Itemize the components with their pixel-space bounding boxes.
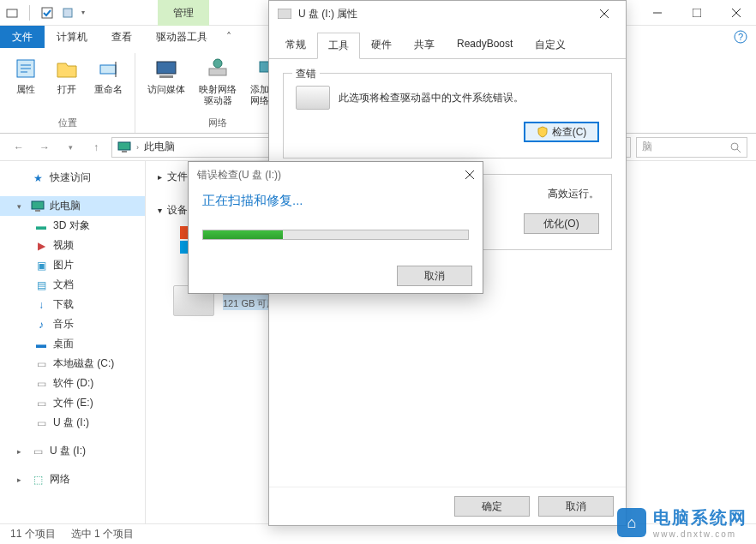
nav-desktop[interactable]: ▬桌面 (0, 334, 145, 354)
pc-icon (31, 200, 45, 212)
properties-tabs: 常规 工具 硬件 共享 ReadyBoost 自定义 (269, 32, 626, 59)
star-icon: ★ (31, 172, 45, 184)
tab-sharing[interactable]: 共享 (403, 32, 446, 58)
error-checking-fieldset: 查错 此选项将检查驱动器中的文件系统错误。 检查(C) (283, 73, 612, 158)
error-check-dialog: 错误检查(U 盘 (I:)) 正在扫描和修复... 取消 (188, 161, 483, 294)
tab-customize[interactable]: 自定义 (524, 32, 577, 58)
svg-rect-19 (122, 151, 127, 152)
nav-u-drive-root[interactable]: ▸▭U 盘 (I:) (0, 441, 145, 461)
ribbon-open[interactable]: 打开 (50, 53, 84, 115)
window-icon (5, 6, 19, 20)
properties-close-button[interactable] (591, 1, 617, 27)
back-button[interactable]: ← (9, 137, 29, 158)
music-icon: ♪ (34, 319, 48, 331)
tab-readyboost[interactable]: ReadyBoost (446, 32, 524, 58)
svg-rect-4 (693, 9, 701, 17)
nav-e-drive[interactable]: ▭文件 (E:) (0, 393, 145, 413)
nav-d-drive[interactable]: ▭软件 (D:) (0, 374, 145, 393)
svg-rect-28 (278, 9, 291, 19)
properties-cancel-button[interactable]: 取消 (538, 496, 614, 517)
error-check-title: 错误检查(U 盘 (I:)) (197, 168, 281, 182)
nav-network[interactable]: ▸⬚网络 (0, 469, 145, 489)
network-icon: ⬚ (31, 474, 45, 486)
nav-3d-objects[interactable]: ▬3D 对象 (0, 216, 145, 236)
minimize-button[interactable] (638, 0, 677, 26)
cube-icon: ▬ (34, 220, 48, 232)
drive-icon (278, 9, 291, 19)
error-check-title-bar: 错误检查(U 盘 (I:)) (189, 162, 483, 188)
tab-hardware[interactable]: 硬件 (360, 32, 403, 58)
ribbon-rename[interactable]: 重命名 (91, 53, 126, 115)
svg-rect-22 (32, 201, 44, 209)
drive-icon: ▭ (34, 378, 48, 390)
picture-icon: ▣ (34, 260, 48, 272)
watermark: ⌂ 电脑系统网 www.dnxtw.com (617, 506, 747, 539)
svg-rect-14 (209, 69, 226, 75)
svg-rect-18 (118, 142, 130, 150)
nav-quick-access[interactable]: ★快速访问 (0, 168, 145, 188)
check-button[interactable]: 检查(C) (524, 122, 599, 142)
progress-bar (202, 230, 469, 240)
nav-pictures[interactable]: ▣图片 (0, 255, 145, 275)
document-icon: ▤ (34, 279, 48, 291)
properties-ok-button[interactable]: 确定 (454, 496, 530, 517)
pc-icon (117, 141, 131, 153)
ribbon-expand-icon[interactable]: ˄ (219, 26, 238, 48)
usb-drive-icon: ▭ (34, 417, 48, 429)
svg-point-20 (731, 143, 738, 150)
nav-u-drive[interactable]: ▭U 盘 (I:) (0, 413, 145, 433)
up-button[interactable]: ↑ (86, 137, 106, 158)
svg-rect-12 (157, 62, 176, 74)
nav-music[interactable]: ♪音乐 (0, 314, 145, 334)
shield-icon (537, 126, 549, 138)
usb-drive-icon: ▭ (31, 445, 45, 457)
qat-checkbox-icon[interactable] (40, 6, 54, 20)
error-check-close-button[interactable] (465, 170, 474, 179)
svg-rect-10 (100, 65, 116, 74)
download-icon: ↓ (34, 299, 48, 311)
breadcrumb-this-pc[interactable]: 此电脑 (144, 140, 175, 154)
nav-c-drive[interactable]: ▭本地磁盘 (C:) (0, 354, 145, 374)
tab-tools[interactable]: 工具 (317, 33, 360, 59)
help-icon[interactable]: ? (725, 26, 756, 48)
tab-view[interactable]: 查看 (99, 26, 144, 48)
ribbon-access-media[interactable]: 访问媒体 (144, 53, 189, 115)
error-check-cancel-button[interactable]: 取消 (397, 266, 472, 286)
nav-documents[interactable]: ▤文档 (0, 275, 145, 295)
nav-videos[interactable]: ▶视频 (0, 236, 145, 255)
desktop-icon: ▬ (34, 338, 48, 350)
search-input[interactable]: 脑 (636, 137, 747, 158)
recent-dropdown-icon[interactable]: ▾ (60, 137, 81, 158)
ribbon-group-location: 属性 打开 重命名 位置 (0, 53, 135, 133)
nav-this-pc[interactable]: ▾此电脑 (0, 196, 145, 216)
drive-icon: ▭ (34, 358, 48, 370)
svg-text:?: ? (738, 32, 743, 42)
maximize-button[interactable] (677, 0, 717, 26)
svg-rect-1 (42, 8, 52, 18)
error-check-message: 正在扫描和修复... (202, 193, 469, 209)
status-selection: 选中 1 个项目 (71, 527, 134, 541)
tab-computer[interactable]: 计算机 (45, 26, 99, 48)
close-button[interactable] (717, 0, 756, 26)
search-icon (729, 141, 741, 153)
contextual-tab-manage[interactable]: 管理 (158, 0, 209, 26)
svg-rect-13 (159, 75, 173, 78)
optimize-button[interactable]: 优化(O) (524, 213, 599, 234)
qat-customize-icon[interactable]: ▾ (81, 9, 85, 16)
nav-downloads[interactable]: ↓下载 (0, 295, 145, 314)
forward-button[interactable]: → (34, 137, 55, 158)
tab-drive-tools[interactable]: 驱动器工具 (144, 26, 219, 48)
properties-title-bar: U 盘 (I:) 属性 (269, 1, 626, 27)
svg-line-21 (737, 149, 741, 152)
error-check-description: 此选项将检查驱动器中的文件系统错误。 (339, 91, 524, 105)
tab-file[interactable]: 文件 (0, 26, 45, 48)
ribbon-properties[interactable]: 属性 (9, 53, 43, 115)
status-item-count: 11 个项目 (10, 527, 56, 541)
properties-title: U 盘 (I:) 属性 (298, 7, 585, 21)
ribbon-map-drive[interactable]: 映射网络 驱动器 (195, 53, 240, 115)
tab-general[interactable]: 常规 (274, 32, 317, 58)
video-icon: ▶ (34, 240, 48, 252)
address-chevron-icon[interactable]: › (136, 143, 139, 152)
qat-properties-icon[interactable] (61, 6, 75, 20)
drive-icon (296, 86, 330, 110)
